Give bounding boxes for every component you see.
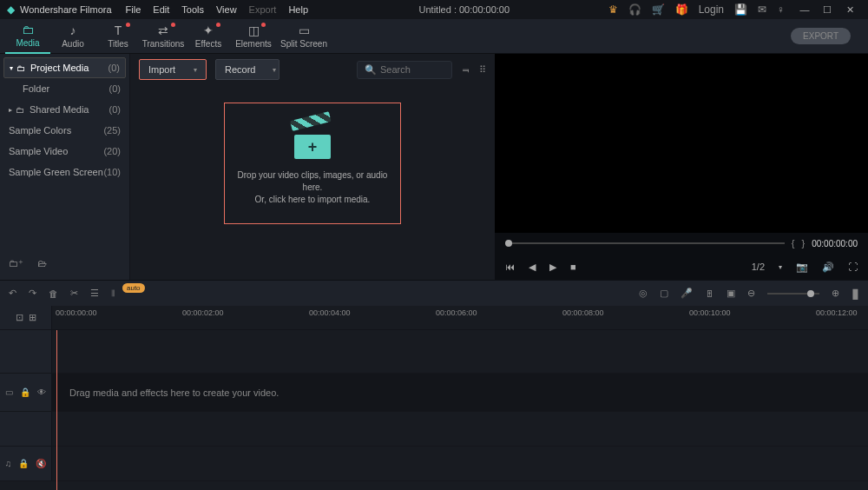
app-brand: Wondershare Filmora: [20, 4, 112, 15]
timeline-options-icon[interactable]: ⊞: [29, 312, 36, 323]
snapshot2-icon[interactable]: ▣: [727, 288, 735, 299]
titlebar: ◆ Wondershare Filmora File Edit Tools Vi…: [0, 0, 868, 19]
maximize-button[interactable]: ☐: [816, 2, 838, 17]
sidebar-item-folder[interactable]: Folder (0): [0, 78, 129, 99]
document-title: Untitled : 00:00:00:00: [320, 4, 608, 15]
preview-screen[interactable]: [495, 54, 868, 233]
mail-icon[interactable]: ✉: [758, 3, 766, 16]
video-track-icon: ▭: [5, 387, 13, 397]
cart-icon[interactable]: 🛒: [652, 3, 665, 16]
play-back-button[interactable]: ◀: [529, 262, 536, 273]
open-folder-icon[interactable]: 🗁: [37, 258, 47, 269]
grid-view-icon[interactable]: ⠿: [479, 64, 486, 76]
zoom-slider[interactable]: [767, 293, 819, 295]
chevron-down-icon: ▾: [10, 64, 13, 72]
notification-icon[interactable]: ♀: [777, 3, 785, 16]
ruler-track[interactable]: 00:00:00:00 00:00:02:00 00:00:04:00 00:0…: [52, 306, 868, 329]
crown-icon[interactable]: ♛: [608, 3, 618, 16]
app-logo-icon: ◆: [7, 3, 15, 16]
tab-audio[interactable]: ♪Audio: [50, 19, 95, 54]
marker2-icon[interactable]: ▢: [660, 288, 668, 299]
chevron-right-icon: ▸: [9, 106, 12, 114]
chevron-down-icon: ▾: [273, 66, 276, 74]
preview-scrubber[interactable]: [505, 242, 785, 244]
stop-button[interactable]: ■: [570, 262, 576, 272]
clapperboard-icon: [289, 121, 336, 159]
filter-icon[interactable]: ⫬: [461, 64, 470, 75]
zoom-in-button[interactable]: ⊕: [832, 288, 839, 299]
mute-icon[interactable]: 🔇: [36, 459, 46, 468]
eye-icon[interactable]: 👁: [37, 387, 46, 397]
login-link[interactable]: Login: [699, 3, 724, 16]
play-button[interactable]: ▶: [549, 262, 556, 273]
main-toolbar: 🗀Media ♪Audio TTitles ⇄Transitions ✦Effe…: [0, 19, 868, 54]
tab-elements[interactable]: ◫Elements: [231, 19, 276, 54]
save-icon[interactable]: 💾: [734, 3, 747, 16]
zoom-out-button[interactable]: ⊖: [747, 288, 755, 299]
menu-tools[interactable]: Tools: [181, 4, 204, 15]
menu-view[interactable]: View: [216, 4, 237, 15]
audio-icon: ♪: [70, 23, 76, 37]
voiceover-icon[interactable]: 🎤: [681, 288, 693, 299]
tab-split-screen[interactable]: ▭Split Screen: [276, 19, 332, 54]
undo-button[interactable]: ↶: [9, 288, 16, 299]
menu-file[interactable]: File: [126, 4, 141, 15]
elements-icon: ◫: [248, 23, 260, 37]
sidebar-item-shared-media[interactable]: ▸ 🗀 Shared Media (0): [0, 99, 129, 120]
sidebar-item-sample-colors[interactable]: Sample Colors (25): [0, 120, 129, 141]
fullscreen-icon[interactable]: ⛶: [848, 262, 858, 272]
tab-effects[interactable]: ✦Effects: [186, 19, 231, 54]
close-button[interactable]: ✕: [838, 2, 861, 17]
menu-edit[interactable]: Edit: [153, 4, 169, 15]
new-folder-icon[interactable]: 🗀⁺: [9, 258, 23, 269]
sidebar-item-sample-green-screen[interactable]: Sample Green Screen (10): [0, 162, 129, 182]
volume-icon[interactable]: 🔊: [822, 262, 834, 273]
timeline-toolbar: ↶ ↷ 🗑 ✂ ☰ ⦀ auto ◎ ▢ 🎤 🎚 ▣ ⊖ ⊕ ▮: [0, 280, 868, 306]
preview-ratio[interactable]: 1/2: [752, 262, 765, 272]
mark-out-bracket[interactable]: }: [801, 238, 805, 248]
chevron-down-icon[interactable]: ▾: [779, 263, 782, 271]
menu-export: Export: [249, 4, 277, 15]
transitions-icon: ⇄: [158, 23, 168, 37]
playhead[interactable]: [56, 330, 57, 490]
split-button[interactable]: ✂: [70, 288, 78, 299]
export-button[interactable]: EXPORT: [791, 28, 851, 44]
render-icon[interactable]: ◎: [639, 288, 648, 299]
tab-titles[interactable]: TTitles: [95, 19, 141, 54]
auto-badge: auto: [122, 283, 145, 293]
edit-button[interactable]: ☰: [90, 288, 99, 299]
sidebar-item-sample-video[interactable]: Sample Video (20): [0, 141, 129, 162]
redo-button[interactable]: ↷: [29, 288, 36, 299]
media-dropzone[interactable]: Drop your video clips, images, or audio …: [224, 103, 401, 224]
mixer-icon[interactable]: 🎚: [705, 288, 714, 299]
marker-button[interactable]: ⦀: [111, 288, 115, 299]
record-dropdown[interactable]: Record▾: [215, 59, 279, 80]
folder-icon: 🗀: [16, 105, 24, 115]
timeline: ⊡⊞ 00:00:00:00 00:00:02:00 00:00:04:00 0…: [0, 306, 868, 490]
timeline-settings-icon[interactable]: ⊡: [16, 312, 23, 323]
search-icon: 🔍: [365, 64, 377, 76]
preview-panel: { } 00:00:00:00 ⏮ ◀ ▶ ■ 1/2 ▾ 📷 🔊 ⛶: [495, 54, 868, 280]
minimize-button[interactable]: —: [793, 2, 816, 17]
sidebar-item-project-media[interactable]: ▾ 🗀 Project Media (0): [3, 57, 126, 78]
video-track[interactable]: ▭🔒👁 Drag media and effects here to creat…: [0, 374, 868, 412]
gift-icon[interactable]: 🎁: [675, 3, 688, 16]
menu-help[interactable]: Help: [288, 4, 308, 15]
lock-icon[interactable]: 🔒: [18, 459, 29, 468]
search-input[interactable]: 🔍Search: [357, 61, 452, 79]
timeline-ruler[interactable]: ⊡⊞ 00:00:00:00 00:00:02:00 00:00:04:00 0…: [0, 306, 868, 330]
mark-in-bracket[interactable]: {: [792, 238, 795, 248]
tab-media[interactable]: 🗀Media: [5, 19, 50, 54]
zoom-fit-button[interactable]: ▮: [852, 285, 859, 301]
media-panel: Import▾ Record▾ 🔍Search ⫬ ⠿ Drop your vi…: [130, 54, 495, 280]
preview-time: 00:00:00:00: [812, 239, 858, 248]
headset-icon[interactable]: 🎧: [628, 3, 641, 16]
audio-track[interactable]: ♫🔒🔇: [0, 447, 868, 481]
delete-button[interactable]: 🗑: [49, 288, 58, 299]
snapshot-icon[interactable]: 📷: [796, 262, 808, 273]
import-dropdown[interactable]: Import▾: [139, 59, 207, 80]
prev-frame-button[interactable]: ⏮: [505, 262, 515, 272]
timeline-hint: Drag media and effects here to create yo…: [52, 374, 868, 411]
lock-icon[interactable]: 🔒: [20, 387, 30, 397]
tab-transitions[interactable]: ⇄Transitions: [141, 19, 186, 54]
